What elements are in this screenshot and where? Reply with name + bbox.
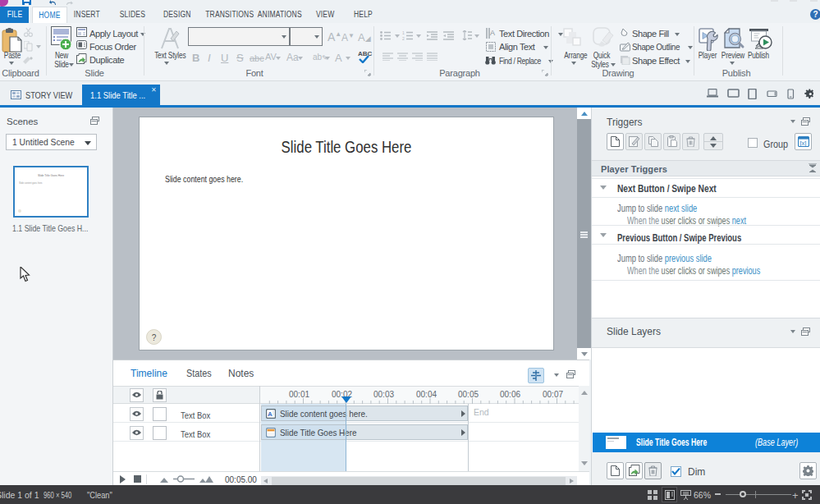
- svg-text:[x]: [x]: [799, 140, 806, 147]
- svg-text:2: 2: [402, 36, 405, 40]
- svg-text:A: A: [490, 29, 495, 37]
- svg-text:1: 1: [402, 31, 405, 35]
- svg-text:A: A: [268, 410, 273, 418]
